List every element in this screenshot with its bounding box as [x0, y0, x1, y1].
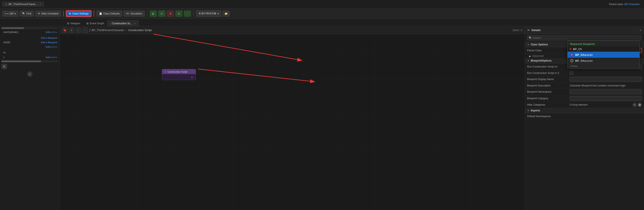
imports-title: Imports	[531, 109, 540, 112]
details-header: ✏ Details ×	[525, 26, 644, 34]
find-icon: 🔍	[22, 12, 25, 15]
parent-class-label: Parent class:	[609, 3, 624, 6]
forward-button[interactable]: →	[83, 28, 88, 33]
bp-category-value	[570, 96, 642, 101]
breadcrumb-sep: >	[125, 28, 127, 32]
sidebar-edit-cpp-0[interactable]: Edit in C++	[46, 31, 57, 34]
class-options-arrow: ▼	[527, 43, 530, 46]
sidebar-edit-bp-2[interactable]: Edit in Blueprint	[41, 41, 57, 44]
bp-namespace-label: Blueprint Namespace	[527, 90, 570, 93]
array-add-button[interactable]: +	[632, 103, 637, 107]
back-button[interactable]: ←	[76, 28, 81, 33]
settings-icon: ⚙	[69, 12, 71, 15]
dropdown-search-input[interactable]	[573, 48, 638, 51]
breadcrumb-current: Construction Script	[128, 28, 152, 32]
run-construction-checkbox[interactable]	[570, 71, 573, 75]
tab-construction-script[interactable]: 𝑓 Construction Sc... ×	[107, 20, 139, 26]
diff-button[interactable]: ⟷ Diff ▾	[2, 11, 18, 16]
hide-unrelated-label: Hide Unrelated	[41, 12, 58, 15]
play-button[interactable]: ▶	[150, 11, 157, 16]
reparent-dropdown[interactable]: Reparent blueprint ✕ BP_Character BP_Cha…	[567, 40, 640, 68]
class-defaults-button[interactable]: 📋 Class Defaults	[97, 11, 122, 16]
subtoolbar: ⊞ Viewport ⊠ Event Graph 𝑓 Construction …	[0, 19, 644, 26]
dropdown-item-label-0: BP_Character	[575, 53, 593, 56]
viewport-icon: ⊞	[67, 22, 69, 25]
bp-options-title: BlueprintOptions	[531, 59, 552, 62]
debug-dropdown[interactable]: 未选中调试对象 ▾	[196, 10, 221, 16]
eye-icon: 👁	[38, 12, 40, 15]
bp-category-row: Blueprint Category	[525, 95, 644, 102]
highlight-divider2	[94, 11, 94, 16]
sidebar-edit-bp-1[interactable]: Edit in Blueprint	[41, 37, 57, 39]
canvas-area[interactable]: 🔖 ▾ ← → 𝑓 BP_ThirdPersonCharacter > Cons…	[60, 26, 525, 210]
imports-arrow: ▼	[527, 109, 530, 112]
cs-tab-close[interactable]: ×	[134, 22, 136, 25]
bookmark-button[interactable]: 🔖	[62, 28, 67, 33]
class-settings-button[interactable]: ⚙ Class Settings	[66, 11, 91, 16]
sidebar-edit-cpp-3[interactable]: Edit in C++	[46, 46, 57, 48]
dropdown-search-row: ✕	[568, 46, 640, 52]
bp-category-label: Blueprint Category	[527, 97, 570, 100]
cs-node-title: Construction Script	[168, 70, 188, 73]
bp-description-label: Blueprint Description	[527, 84, 570, 87]
canvas-grid	[60, 34, 525, 210]
stop-button[interactable]: ■	[167, 11, 174, 16]
construction-script-node[interactable]: ⬡ Construction Script ▷	[162, 69, 196, 80]
details-search-input[interactable]	[527, 35, 642, 40]
tab-event-graph[interactable]: ⊠ Event Graph	[83, 20, 107, 26]
breadcrumb-root[interactable]: BP_ThirdPersonCharacter	[92, 28, 124, 32]
parent-class-value[interactable]: BP Character	[624, 3, 640, 6]
cs-node-body: ▷	[162, 74, 196, 80]
hide-categories-count: 0 Array element	[570, 103, 588, 106]
gear-button[interactable]: ⚙	[2, 64, 7, 69]
add-variable-button[interactable]: +	[27, 72, 32, 77]
simulation-icon: 🎮	[126, 12, 129, 15]
run-construction-s-row: Run Construction Script in S	[525, 70, 644, 76]
tab-viewport[interactable]: ⊞ Viewport	[64, 20, 83, 26]
dropdown-item-icon-0	[570, 53, 574, 56]
sidebar-item-5: ) Edit in C++	[0, 55, 60, 60]
run-construction-s-value	[570, 71, 642, 75]
main-tab[interactable]: ⬡ BP_ThirdPersonCharac... ×	[2, 2, 44, 7]
bp-description-text: Character Blueprint that contains moveme…	[570, 84, 626, 87]
zoom-label: Zoom -3	[512, 29, 522, 32]
sidebar-item-label-0: sionCylinder)	[4, 31, 18, 34]
parent-class-label: Parent Class	[527, 49, 570, 52]
dropdown-item-1[interactable]: BP_Character	[568, 58, 640, 64]
more-button[interactable]: ⋯	[184, 11, 191, 16]
sidebar-item-label-5: )	[4, 56, 4, 59]
bp-description-value: Character Blueprint that contains moveme…	[570, 84, 642, 87]
title-bar: ⬡ BP_ThirdPersonCharac... × Parent class…	[0, 0, 644, 8]
highlight-divider	[63, 11, 64, 16]
details-close-button[interactable]: ×	[640, 28, 642, 32]
tab-close-button[interactable]: ×	[40, 3, 41, 6]
array-buttons: + 🗑	[632, 103, 642, 107]
main-toolbar: ⟷ Diff ▾ 🔍 Find 👁 Hide Unrelated ⚙ Class…	[0, 8, 644, 19]
blueprint-icon: ⬡	[5, 3, 7, 6]
hide-unrelated-button[interactable]: 👁 Hide Unrelated	[35, 11, 61, 16]
imports-section[interactable]: ▼ Imports	[525, 108, 644, 113]
bp-category-input[interactable]	[570, 96, 642, 101]
diff-dropdown-icon: ▾	[14, 12, 16, 15]
sidebar-item-0: sionCylinder) Edit in C++	[0, 30, 60, 34]
sidebar-item-label-4: m	[4, 51, 6, 54]
exec-pin[interactable]: ▷	[192, 76, 194, 78]
viewport-label: Viewport	[70, 22, 80, 25]
toolbar-separator2	[193, 11, 194, 16]
find-button[interactable]: 🔍 Find	[20, 11, 34, 16]
dropdown-clear-button[interactable]: ✕	[569, 47, 572, 51]
diff-label: Diff	[10, 12, 14, 15]
advanced-title: Advanced	[532, 54, 544, 58]
step-button[interactable]: ⏭	[158, 11, 165, 16]
eject-button[interactable]: ⏏	[176, 11, 182, 16]
default-namespaces-label: Default Namespaces	[527, 115, 570, 118]
sidebar-item-3: Edit in C++	[0, 45, 60, 49]
bp-display-name-input[interactable]	[570, 77, 642, 82]
debug-icon-button[interactable]: 📂	[223, 11, 230, 16]
dropdown-item-0[interactable]: BP_Character	[568, 52, 640, 58]
sidebar-edit-cpp-5[interactable]: Edit in C++	[46, 56, 57, 58]
simulation-button[interactable]: 🎮 Simulation	[124, 11, 144, 16]
bp-namespace-input[interactable]	[570, 90, 642, 94]
nav-dropdown[interactable]: ▾	[69, 28, 74, 33]
array-remove-button[interactable]: 🗑	[638, 103, 642, 107]
